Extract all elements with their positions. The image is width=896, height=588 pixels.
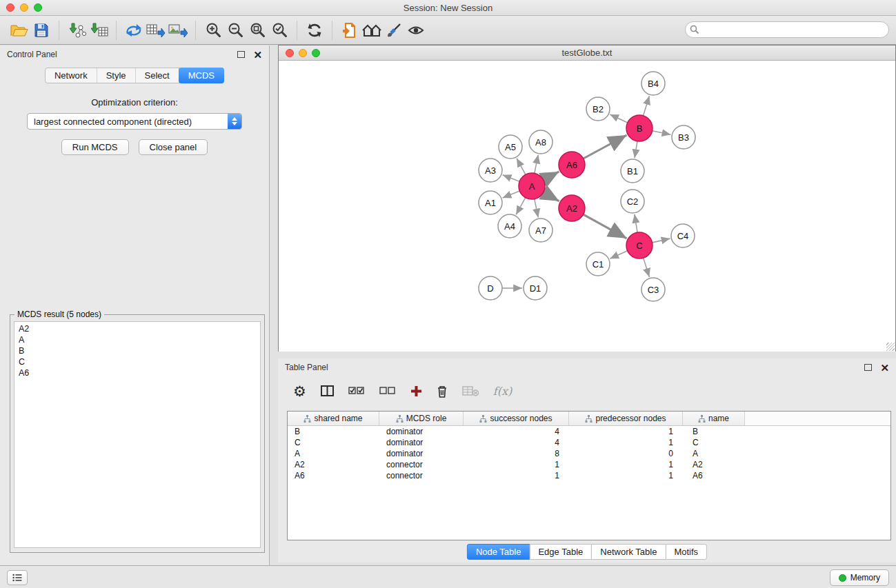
search-input[interactable] [685,21,889,38]
zoom-fit-button[interactable] [246,19,268,41]
network-zoom-icon[interactable] [312,49,320,57]
edge-A-A2[interactable] [544,192,559,201]
node-D[interactable]: D [479,276,502,300]
node-B2[interactable]: B2 [586,97,610,121]
edge-C-C2[interactable] [635,214,637,232]
close-panel-button[interactable]: Close panel [139,139,208,155]
column-header-MCDS-role[interactable]: MCDS role [379,412,464,425]
edge-B-B1[interactable] [635,141,637,158]
zoom-selected-button[interactable] [268,19,290,41]
zoom-out-button[interactable] [224,19,246,41]
memory-button[interactable]: Memory [830,569,889,586]
edge-B-B2[interactable] [610,114,628,123]
node-A3[interactable]: A3 [479,159,502,182]
node-C[interactable]: C [626,232,653,258]
export-table-button[interactable] [145,19,167,41]
node-A1[interactable]: A1 [479,191,502,214]
apply-layout-button[interactable] [303,19,326,41]
close-table-panel-icon[interactable]: ✕ [880,363,889,373]
mcds-result-item[interactable]: A6 [14,367,260,378]
zoom-in-button[interactable] [202,19,224,41]
mcds-result-list[interactable]: A2ABCA6 [14,321,261,548]
mcds-result-item[interactable]: A2 [14,323,260,334]
table-row[interactable]: A2connector11A2 [288,459,890,470]
edge-A-A8[interactable] [535,155,538,174]
export-image-button[interactable] [167,19,189,41]
edge-A-A4[interactable] [516,198,526,215]
show-columns-button[interactable] [321,385,334,396]
edge-A-A3[interactable] [503,175,520,181]
edge-C-C3[interactable] [644,258,650,277]
table-row[interactable]: A6connector11A6 [288,470,890,481]
node-B4[interactable]: B4 [641,72,665,95]
table-row[interactable]: Cdominator41C [288,437,890,448]
edge-C-C1[interactable] [610,251,627,258]
column-header-shared-name[interactable]: shared name [288,412,379,425]
column-header-predecessor-nodes[interactable]: predecessor nodes [569,412,683,425]
task-history-button[interactable] [7,570,28,585]
import-table-button[interactable] [88,19,110,41]
node-D1[interactable]: D1 [524,276,547,300]
mcds-result-item[interactable]: B [14,345,260,356]
node-A4[interactable]: A4 [498,214,521,238]
node-B1[interactable]: B1 [621,159,644,183]
style-brush-button[interactable] [383,19,405,41]
node-A2[interactable]: A2 [559,195,585,221]
import-network-button[interactable] [66,19,88,41]
close-window-icon[interactable] [6,3,14,12]
edge-C-C4[interactable] [653,239,670,243]
tab-edge-table[interactable]: Edge Table [529,544,592,560]
edge-A2-C[interactable] [584,214,627,239]
home-button[interactable] [361,19,383,41]
minimize-window-icon[interactable] [20,3,28,12]
tab-node-table[interactable]: Node Table [467,544,530,560]
function-builder-button[interactable]: f(x) [493,385,512,398]
edge-A6-B[interactable] [584,135,627,159]
tab-style[interactable]: Style [97,68,136,83]
create-column-button[interactable] [410,385,422,397]
network-canvas[interactable]: B4B2BB3A8A5A6A3B1AC2A1A2A4A7C4CC1DD1C3 [279,61,895,352]
edge-A-A7[interactable] [535,199,538,218]
tab-mcds[interactable]: MCDS [179,68,224,83]
table-row[interactable]: Bdominator41B [288,426,890,437]
open-document-button[interactable] [339,19,361,41]
show-hide-button[interactable] [405,19,427,41]
column-header-successor-nodes[interactable]: successor nodes [464,412,569,425]
float-table-panel-icon[interactable] [864,364,872,371]
float-panel-icon[interactable] [237,51,245,58]
node-A[interactable]: A [519,173,545,199]
save-session-button[interactable] [30,19,52,41]
close-panel-icon[interactable]: ✕ [253,50,262,60]
mcds-result-item[interactable]: A [14,334,260,345]
edge-B-B4[interactable] [644,96,650,116]
edge-B-B3[interactable] [653,131,671,134]
tab-motifs[interactable]: Motifs [665,544,707,560]
network-close-icon[interactable] [286,49,294,57]
node-C4[interactable]: C4 [671,224,695,247]
tab-select[interactable]: Select [136,68,179,83]
node-B[interactable]: B [626,115,653,141]
mcds-result-item[interactable]: C [14,356,260,367]
network-minimize-icon[interactable] [299,49,307,57]
deselect-all-button[interactable] [379,387,396,395]
column-header-name[interactable]: name [683,412,745,425]
tab-network-table[interactable]: Network Table [591,544,666,560]
edge-A-A5[interactable] [517,159,526,175]
node-C2[interactable]: C2 [621,190,644,213]
node-C3[interactable]: C3 [641,278,665,301]
resize-grip[interactable] [886,343,895,351]
delete-table-button[interactable] [462,385,479,396]
table-row[interactable]: Adominator80A [288,448,890,459]
node-A8[interactable]: A8 [529,130,552,154]
edge-A-A1[interactable] [503,191,520,198]
tab-network[interactable]: Network [46,68,97,83]
node-A5[interactable]: A5 [499,135,522,159]
table-settings-button[interactable]: ⚙ [293,384,306,398]
node-A6[interactable]: A6 [559,152,585,178]
run-mcds-button[interactable]: Run MCDS [61,139,129,155]
edge-A-A6[interactable] [544,172,559,180]
zoom-window-icon[interactable] [34,3,42,12]
delete-column-button[interactable] [437,385,448,398]
open-session-button[interactable] [8,19,30,41]
node-C1[interactable]: C1 [586,252,610,276]
